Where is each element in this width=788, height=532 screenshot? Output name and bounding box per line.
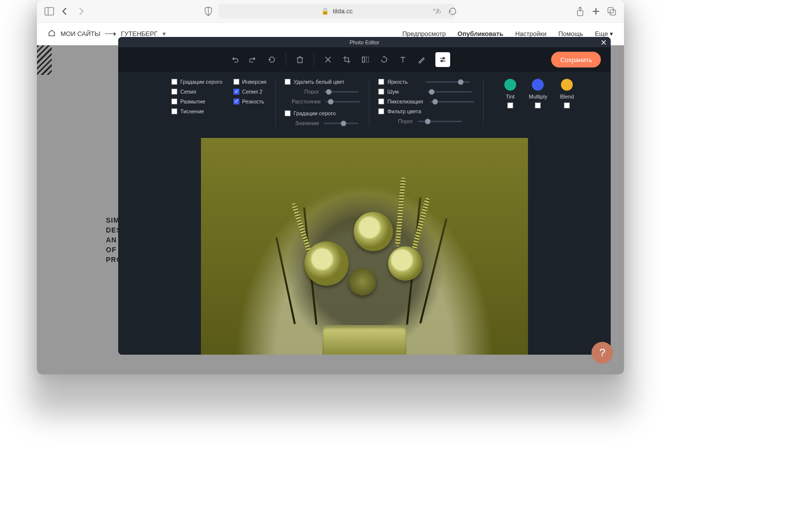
settings-link[interactable]: Настройки — [515, 30, 547, 37]
home-icon[interactable] — [48, 29, 56, 38]
chk-sepia2[interactable]: Сепия 2 — [233, 89, 267, 95]
preview-link[interactable]: Предпросмотр — [402, 30, 446, 37]
photo-editor-modal: Photo Editor ✕ — [118, 37, 611, 355]
slider-cf-threshold[interactable]: Порог — [378, 118, 474, 124]
reload-icon[interactable] — [447, 6, 458, 17]
chk-emboss[interactable]: Тиснение — [171, 108, 223, 114]
chk-pixelate[interactable]: Пикселизация — [378, 99, 474, 104]
tabs-icon[interactable] — [606, 6, 617, 17]
chk-sharpen[interactable]: Резкость — [233, 99, 267, 104]
multiply-swatch[interactable] — [532, 79, 544, 91]
slider-rw-distance[interactable]: Расстояние — [285, 99, 360, 104]
chk-invert[interactable]: Инверсия — [233, 79, 267, 85]
draw-icon[interactable] — [417, 55, 427, 65]
chk-grayscale[interactable]: Градации серого — [171, 79, 223, 85]
forward-icon[interactable] — [75, 6, 86, 17]
filter-icon[interactable] — [435, 52, 450, 67]
reset-icon[interactable] — [267, 55, 277, 65]
slider-rw-threshold[interactable]: Порог — [285, 89, 360, 95]
blend-checkbox[interactable] — [564, 102, 570, 108]
more-link[interactable]: Еще ▾ — [595, 30, 613, 37]
browser-window: 🔒 tilda.cc ᴬあ МОИ САЙТЫ ГУТЕНБЕРГ ▾ Пред… — [37, 0, 624, 374]
redo-icon[interactable] — [248, 55, 258, 65]
chk-removewhite[interactable]: Удалить белый цвет — [285, 79, 360, 85]
chk-blur[interactable]: Размытие — [171, 99, 223, 104]
svg-rect-0 — [45, 7, 54, 15]
url-text: tilda.cc — [333, 7, 353, 15]
filter-panel: Градации серого Сепия Размытие Тиснение … — [118, 72, 611, 135]
text-icon[interactable] — [398, 55, 408, 65]
delete-icon[interactable] — [295, 55, 305, 65]
newtab-icon[interactable] — [591, 6, 601, 17]
save-button[interactable]: Сохранить — [551, 52, 601, 67]
arrow-icon — [105, 33, 116, 34]
address-bar[interactable]: 🔒 tilda.cc — [219, 4, 455, 19]
close-icon[interactable]: ✕ — [600, 38, 607, 47]
project-link[interactable]: ГУТЕНБЕРГ — [121, 30, 157, 37]
blend-swatch[interactable] — [561, 79, 573, 91]
resize-icon[interactable] — [323, 55, 333, 65]
back-icon[interactable] — [60, 6, 70, 17]
shield-icon[interactable] — [203, 6, 214, 17]
lock-icon: 🔒 — [321, 7, 329, 15]
dropdown-icon[interactable]: ▾ — [163, 30, 166, 37]
tint-swatch[interactable] — [504, 79, 516, 91]
chk-noise[interactable]: Шум — [378, 89, 474, 95]
editor-canvas — [118, 135, 611, 355]
svg-rect-7 — [610, 9, 616, 15]
svg-rect-8 — [297, 58, 302, 63]
share-icon[interactable] — [575, 6, 586, 17]
modal-title: Photo Editor — [350, 39, 380, 45]
crop-icon[interactable] — [342, 55, 352, 65]
blend-label: Blend — [560, 94, 574, 100]
publish-link[interactable]: Опубликовать — [458, 30, 503, 37]
chk-colorfilter[interactable]: Фильтр цвета — [378, 108, 474, 114]
editor-toolbar: Сохранить — [118, 47, 611, 72]
tint-label: Tint — [506, 94, 515, 100]
svg-rect-14 — [366, 57, 369, 63]
chk-brightness[interactable]: Яркость — [378, 79, 474, 85]
tint-checkbox[interactable] — [507, 102, 513, 108]
help-fab[interactable]: ? — [591, 342, 613, 364]
chk-grayscale2[interactable]: Градации серого — [285, 110, 360, 116]
browser-toolbar: 🔒 tilda.cc ᴬあ — [37, 0, 624, 23]
svg-rect-13 — [362, 57, 364, 63]
rotate-icon[interactable] — [379, 55, 389, 65]
chk-sepia[interactable]: Сепия — [171, 89, 223, 95]
sidebar-icon[interactable] — [44, 6, 55, 17]
flip-icon[interactable] — [361, 55, 370, 65]
multiply-label: Multiply — [529, 94, 547, 100]
undo-icon[interactable] — [230, 55, 239, 65]
help-link[interactable]: Помощь — [558, 30, 583, 37]
multiply-checkbox[interactable] — [535, 102, 541, 108]
edited-photo[interactable] — [201, 138, 528, 355]
slider-gs-value[interactable]: Значение — [285, 120, 360, 126]
mysites-link[interactable]: МОИ САЙТЫ — [61, 30, 100, 37]
translate-icon[interactable]: ᴬあ — [431, 6, 442, 17]
svg-rect-6 — [608, 7, 613, 13]
modal-titlebar: Photo Editor ✕ — [118, 37, 611, 47]
